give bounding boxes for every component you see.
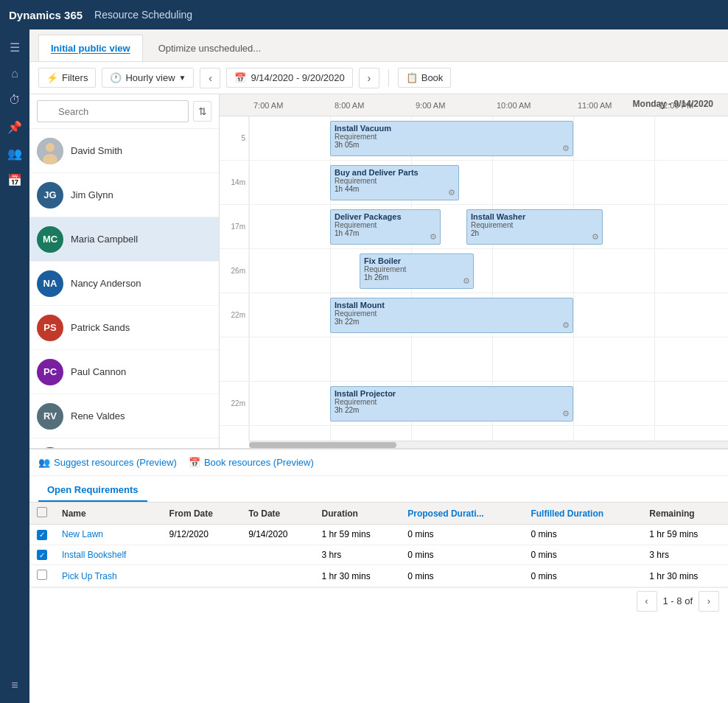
cal-row-na: 26mFix BoilerRequirement1h 26m⚙Install..…: [220, 249, 728, 293]
col-checkbox: [29, 503, 55, 525]
col-name: Name: [55, 503, 162, 525]
row-name[interactable]: Install Bookshelf: [55, 545, 162, 565]
task-title: Fix Boiler: [364, 256, 469, 265]
calendar-area: 7:00 AM8:00 AM9:00 AM10:00 AM11:00 AM12:…: [220, 94, 728, 448]
resource-name-ds: David Smith: [71, 145, 122, 156]
task-sub: Requirement: [335, 309, 569, 318]
calendar-icon: 📅: [234, 72, 246, 83]
schedule-area: 🔍 ⇅ David SmithJGJim GlynnMCMaria Campbe…: [29, 94, 728, 448]
nav-hamburger-icon[interactable]: ☰: [3, 35, 27, 59]
cal-row-grid-rv: Install ProjectorRequirement3h 22m⚙: [249, 382, 728, 425]
avatar-ps: PS: [37, 315, 63, 341]
prev-page-button[interactable]: ‹: [637, 591, 657, 612]
toolbar-divider: [388, 69, 389, 87]
tab-optimize-unscheduled[interactable]: Optimize unscheduled...: [146, 35, 273, 61]
cal-row-rv: 22mInstall ProjectorRequirement3h 22m⚙: [220, 382, 728, 426]
row-checkbox[interactable]: [29, 565, 55, 587]
task-block[interactable]: Buy and Deliver PartsRequirement1h 44m⚙: [330, 165, 459, 200]
row-cell: 0 mins: [400, 565, 523, 587]
checkbox-checked[interactable]: ✓: [37, 550, 47, 560]
suggest-resources-button[interactable]: 👥 Suggest resources (Preview): [38, 457, 177, 468]
task-block[interactable]: Install VacuumRequirement3h 05m⚙: [330, 121, 573, 156]
task-duration: 2h: [471, 229, 598, 237]
resource-name-pc: Paul Cannon: [71, 366, 126, 377]
row-offset-rl: [220, 426, 249, 441]
task-block[interactable]: Fix BoilerRequirement1h 26m⚙: [360, 253, 474, 289]
resource-item-ds[interactable]: David Smith: [29, 129, 219, 173]
task-sub: Requirement: [364, 265, 469, 273]
time-slot-label: 9:00 AM: [411, 94, 492, 116]
col-remaining: Remaining: [642, 503, 728, 525]
cal-row-ds: 5Install VacuumRequirement3h 05m⚙Fix Wa.…: [220, 116, 728, 161]
book-icon: 📋: [406, 72, 418, 83]
task-duration: 1h 26m: [364, 273, 469, 281]
cal-row-grid-na: Fix BoilerRequirement1h 26m⚙Install...Re…: [249, 249, 728, 293]
resource-item-rl[interactable]: RLRobert Lyon: [29, 438, 219, 448]
task-block[interactable]: Install MountRequirement3h 22m⚙: [330, 298, 573, 333]
book-resources-button[interactable]: 📅 Book resources (Preview): [189, 457, 314, 468]
nav-pinned-icon[interactable]: 📌: [3, 115, 27, 139]
col-from-date: From Date: [162, 503, 242, 525]
row-offset-ds: 5: [220, 116, 249, 160]
row-cell: 0 mins: [523, 545, 642, 565]
resource-item-jg[interactable]: JGJim Glynn: [29, 173, 219, 217]
row-name-link[interactable]: Pick Up Trash: [62, 571, 117, 581]
next-date-button[interactable]: ›: [359, 68, 379, 88]
resource-item-rv[interactable]: RVRene Valdes: [29, 394, 219, 438]
header-checkbox[interactable]: [37, 507, 47, 517]
row-name-link[interactable]: New Lawn: [62, 529, 103, 539]
checkbox-unchecked[interactable]: [37, 570, 47, 580]
nav-calendar-icon[interactable]: 📅: [3, 168, 27, 192]
task-sub: Requirement: [335, 221, 436, 229]
cal-row-ps: 22mInstall MountRequirement3h 22m⚙Preven…: [220, 293, 728, 337]
tab-initial-public-view[interactable]: Initial public view: [38, 35, 143, 61]
cal-row-grid-pc: 28m: [249, 337, 728, 381]
col-proposed-duration[interactable]: Proposed Durati...: [400, 503, 523, 525]
calendar-scrollbar[interactable]: [249, 441, 728, 448]
row-name-link[interactable]: Install Bookshelf: [62, 550, 126, 560]
nav-bottom-icon[interactable]: ≡: [3, 674, 27, 697]
search-input[interactable]: [37, 100, 189, 122]
nav-recent-icon[interactable]: ⏱: [3, 88, 27, 112]
filter-icon: ⚡: [46, 72, 58, 83]
avatar-mc: MC: [37, 226, 63, 253]
prev-date-button[interactable]: ‹: [200, 68, 220, 88]
row-name[interactable]: New Lawn: [55, 525, 162, 545]
resource-item-mc[interactable]: MCMaria Campbell: [29, 217, 219, 262]
checkbox-checked[interactable]: ✓: [37, 530, 47, 540]
hourly-view-label: Hourly view: [125, 72, 175, 83]
app-name: Dynamics 365: [9, 9, 83, 21]
row-offset-rv: 22m: [220, 382, 249, 425]
book-button[interactable]: 📋 Book: [398, 68, 452, 88]
task-block[interactable]: Install WasherRequirement2h⚙: [466, 209, 603, 245]
resource-item-na[interactable]: NANancy Anderson: [29, 262, 219, 306]
hourly-view-button[interactable]: 🕐 Hourly view ▼: [102, 68, 194, 88]
row-offset-ps: 22m: [220, 293, 249, 337]
resource-item-ps[interactable]: PSPatrick Sands: [29, 306, 219, 350]
tab-open-requirements[interactable]: Open Requirements: [38, 478, 147, 502]
nav-people-icon[interactable]: 👥: [3, 141, 27, 165]
task-block[interactable]: Install ProjectorRequirement3h 22m⚙: [330, 386, 573, 422]
toolbar-row: ⚡ Filters 🕐 Hourly view ▼ ‹ 📅 9/14/2020 …: [29, 62, 728, 94]
row-cell: 0 mins: [523, 525, 642, 545]
sort-button[interactable]: ⇅: [193, 101, 211, 122]
cal-row-grid-mc: Deliver PackagesRequirement1h 47m⚙Instal…: [249, 205, 728, 248]
row-name[interactable]: Pick Up Trash: [55, 565, 162, 587]
resource-item-pc[interactable]: PCPaul Cannon: [29, 350, 219, 394]
task-block[interactable]: Deliver PackagesRequirement1h 47m⚙: [330, 209, 441, 245]
table-row: ✓Install Bookshelf3 hrs0 mins0 mins3 hrs: [29, 545, 728, 565]
task-sub: Requirement: [335, 177, 455, 185]
task-settings-icon: ⚙: [592, 232, 599, 242]
next-page-button[interactable]: ›: [699, 591, 719, 612]
task-duration: 1h 44m: [335, 185, 455, 193]
module-name: Resource Scheduling: [94, 9, 192, 21]
scrollbar-thumb[interactable]: [249, 442, 396, 448]
filters-button[interactable]: ⚡ Filters: [38, 68, 96, 88]
nav-home-icon[interactable]: ⌂: [3, 62, 27, 85]
resource-list: David SmithJGJim GlynnMCMaria CampbellNA…: [29, 129, 219, 448]
cal-row-grid-jg: Buy and Deliver PartsRequirement1h 44m⚙: [249, 161, 728, 204]
task-settings-icon: ⚙: [463, 276, 470, 286]
row-checkbox[interactable]: ✓: [29, 525, 55, 545]
col-fulfilled-duration[interactable]: Fulfilled Duration: [523, 503, 642, 525]
row-checkbox[interactable]: ✓: [29, 545, 55, 565]
